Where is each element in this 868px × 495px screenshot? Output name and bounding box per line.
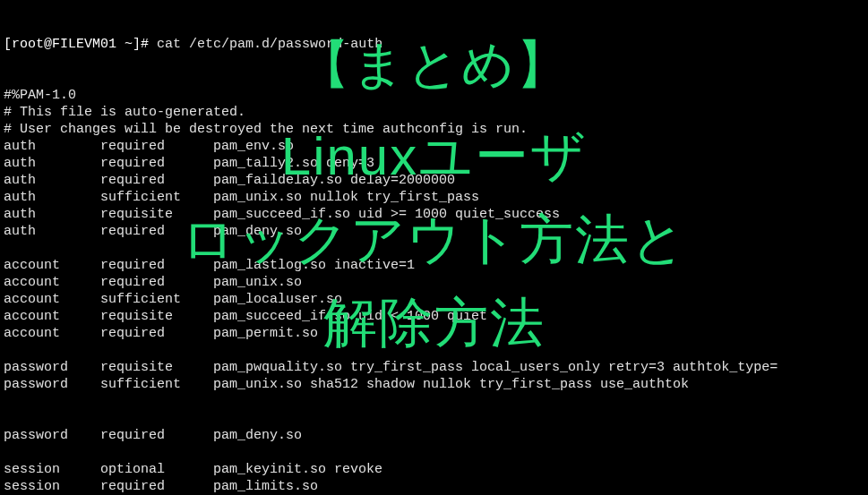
- output-line: [4, 410, 864, 427]
- output-line: auth required pam_tally2.so deny=3: [4, 155, 864, 172]
- command-text: cat /etc/pam.d/password-auth: [157, 37, 382, 52]
- output-line: auth required pam_env.so: [4, 138, 864, 155]
- output-line: auth required pam_faildelay.so delay=200…: [4, 172, 864, 189]
- output-line: session optional pam_keyinit.so revoke: [4, 461, 864, 478]
- output-line: #%PAM-1.0: [4, 87, 864, 104]
- output-line: # User changes will be destroyed the nex…: [4, 121, 864, 138]
- prompt-userhost: root@FILEVM01: [12, 37, 116, 52]
- output-line: account required pam_lastlog.so inactive…: [4, 257, 864, 274]
- output-container: #%PAM-1.0# This file is auto-generated.#…: [4, 87, 864, 495]
- output-line: account required pam_unix.so: [4, 274, 864, 291]
- output-line: [4, 393, 864, 410]
- output-line: # This file is auto-generated.: [4, 104, 864, 121]
- output-line: account sufficient pam_localuser.so: [4, 291, 864, 308]
- terminal-output: [root@FILEVM01 ~]# cat /etc/pam.d/passwo…: [0, 0, 868, 495]
- output-line: [4, 342, 864, 359]
- output-line: password required pam_deny.so: [4, 427, 864, 444]
- output-line: account required pam_permit.so: [4, 325, 864, 342]
- output-line: [4, 240, 864, 257]
- prompt-path: ~: [116, 37, 133, 52]
- output-line: password sufficient pam_unix.so sha512 s…: [4, 376, 864, 393]
- output-line: session required pam_limits.so: [4, 478, 864, 495]
- prompt-bracket-open: [: [4, 37, 12, 52]
- output-line: auth requisite pam_succeed_if.so uid >= …: [4, 206, 864, 223]
- prompt-hash: #: [141, 37, 157, 52]
- output-line: auth sufficient pam_unix.so nullok try_f…: [4, 189, 864, 206]
- command-line: [root@FILEVM01 ~]# cat /etc/pam.d/passwo…: [4, 36, 864, 53]
- prompt-bracket-close: ]: [133, 37, 141, 52]
- output-line: auth required pam_deny.so: [4, 223, 864, 240]
- output-line: account requisite pam_succeed_if.so uid …: [4, 308, 864, 325]
- output-line: [4, 444, 864, 461]
- output-line: password requisite pam_pwquality.so try_…: [4, 359, 864, 376]
